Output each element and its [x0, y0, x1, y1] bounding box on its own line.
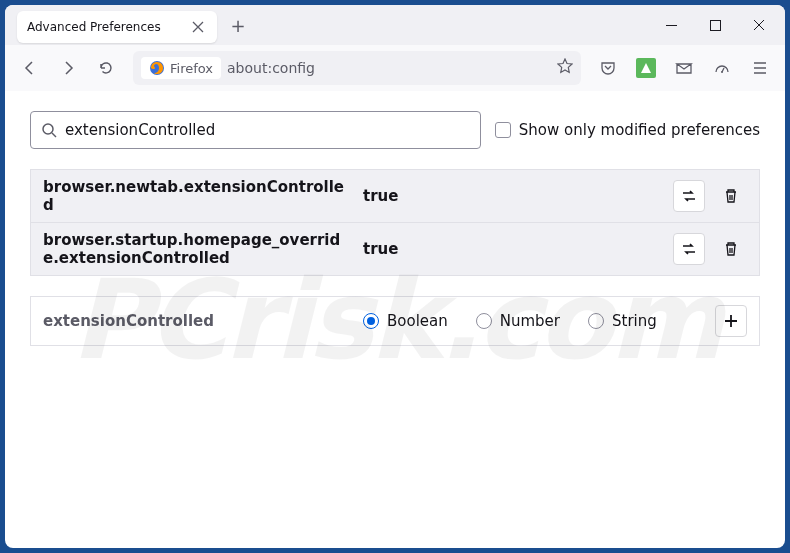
back-button[interactable] [13, 51, 47, 85]
pref-search-box[interactable] [30, 111, 481, 149]
url-text: about:config [227, 60, 551, 76]
tab-title: Advanced Preferences [27, 20, 189, 34]
menu-button[interactable] [743, 51, 777, 85]
pref-list: browser.newtab.extensionControlled true … [30, 169, 760, 276]
checkbox-icon [495, 122, 511, 138]
window-maximize-button[interactable] [693, 6, 737, 44]
inbox-icon[interactable] [667, 51, 701, 85]
toggle-button[interactable] [673, 233, 705, 265]
modified-only-checkbox[interactable]: Show only modified preferences [495, 121, 760, 139]
new-pref-name: extensionControlled [43, 312, 353, 330]
url-bar[interactable]: Firefox about:config [133, 51, 581, 85]
radio-number[interactable]: Number [476, 312, 560, 330]
browser-tab[interactable]: Advanced Preferences [17, 11, 217, 43]
firefox-icon [149, 60, 165, 76]
type-radios: Boolean Number String [363, 312, 705, 330]
close-tab-icon[interactable] [189, 18, 207, 36]
radio-icon [476, 313, 492, 329]
content-area: PCrisk.com Show only modified preference… [5, 91, 785, 548]
radio-string[interactable]: String [588, 312, 657, 330]
add-button[interactable] [715, 305, 747, 337]
identity-box[interactable]: Firefox [141, 57, 221, 79]
checkbox-label: Show only modified preferences [519, 121, 760, 139]
radio-icon [363, 313, 379, 329]
pocket-icon[interactable] [591, 51, 625, 85]
delete-button[interactable] [715, 233, 747, 265]
identity-label: Firefox [170, 61, 213, 76]
pref-row[interactable]: browser.startup.homepage_override.extens… [31, 222, 759, 275]
window-close-button[interactable] [737, 6, 781, 44]
nav-toolbar: Firefox about:config [5, 45, 785, 91]
pref-name: browser.newtab.extensionControlled [43, 178, 353, 214]
titlebar: Advanced Preferences + [5, 5, 785, 45]
radio-icon [588, 313, 604, 329]
new-tab-button[interactable]: + [223, 10, 253, 40]
new-pref-row: extensionControlled Boolean Number Strin… [30, 296, 760, 346]
browser-window: Advanced Preferences + Firefox about:con… [5, 5, 785, 548]
pref-search-input[interactable] [65, 121, 470, 139]
forward-button[interactable] [51, 51, 85, 85]
svg-point-3 [43, 124, 53, 134]
reload-button[interactable] [89, 51, 123, 85]
pref-value: true [363, 240, 663, 258]
svg-point-2 [721, 71, 723, 73]
delete-button[interactable] [715, 180, 747, 212]
extension-icon[interactable] [629, 51, 663, 85]
search-row: Show only modified preferences [30, 111, 760, 149]
svg-rect-0 [710, 20, 720, 30]
pref-value: true [363, 187, 663, 205]
bookmark-star-icon[interactable] [557, 58, 573, 78]
window-minimize-button[interactable] [649, 6, 693, 44]
pref-row[interactable]: browser.newtab.extensionControlled true [31, 170, 759, 222]
toggle-button[interactable] [673, 180, 705, 212]
gauge-icon[interactable] [705, 51, 739, 85]
radio-boolean[interactable]: Boolean [363, 312, 448, 330]
pref-name: browser.startup.homepage_override.extens… [43, 231, 353, 267]
search-icon [41, 122, 57, 138]
